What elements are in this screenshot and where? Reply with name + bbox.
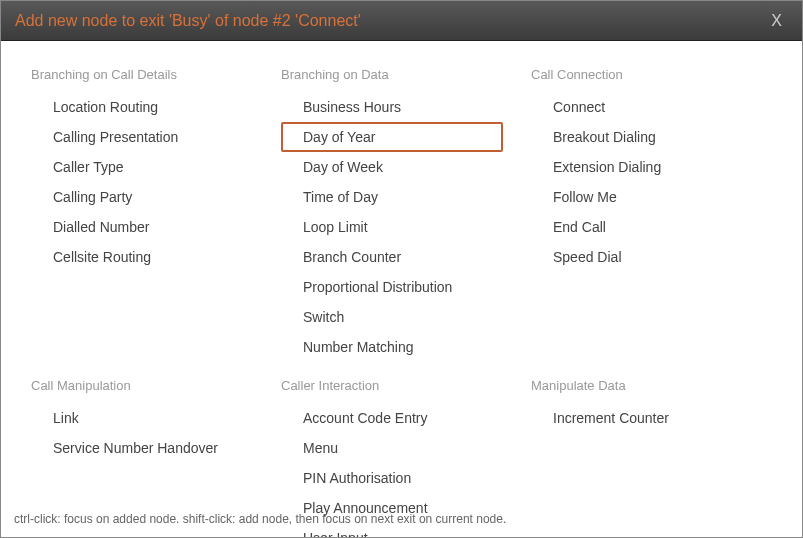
- node-option[interactable]: Loop Limit: [281, 212, 503, 242]
- node-option[interactable]: Calling Presentation: [31, 122, 253, 152]
- node-option[interactable]: Location Routing: [31, 92, 253, 122]
- node-option[interactable]: Increment Counter: [531, 403, 753, 433]
- section-header: Branching on Call Details: [31, 67, 281, 82]
- node-option[interactable]: Speed Dial: [531, 242, 753, 272]
- node-option[interactable]: Link: [31, 403, 253, 433]
- node-option[interactable]: Connect: [531, 92, 753, 122]
- section: Branching on DataBusiness HoursDay of Ye…: [281, 67, 531, 362]
- dialog-header: Add new node to exit 'Busy' of node #2 '…: [1, 1, 802, 41]
- node-option[interactable]: Proportional Distribution: [281, 272, 503, 302]
- section-header: Call Manipulation: [31, 378, 281, 393]
- node-option[interactable]: Menu: [281, 433, 503, 463]
- node-option[interactable]: Cellsite Routing: [31, 242, 253, 272]
- dialog-title: Add new node to exit 'Busy' of node #2 '…: [15, 12, 361, 30]
- section-header: Call Connection: [531, 67, 781, 82]
- close-button[interactable]: X: [765, 10, 788, 32]
- section-header: Manipulate Data: [531, 378, 781, 393]
- node-option[interactable]: Branch Counter: [281, 242, 503, 272]
- node-option[interactable]: Service Number Handover: [31, 433, 253, 463]
- node-option[interactable]: Number Matching: [281, 332, 503, 362]
- section: Call ConnectionConnectBreakout DialingEx…: [531, 67, 781, 362]
- node-option[interactable]: Switch: [281, 302, 503, 332]
- node-option[interactable]: Business Hours: [281, 92, 503, 122]
- node-option[interactable]: PIN Authorisation: [281, 463, 503, 493]
- node-option[interactable]: Account Code Entry: [281, 403, 503, 433]
- node-option[interactable]: Day of Year: [281, 122, 503, 152]
- dialog-content: Branching on Call DetailsLocation Routin…: [1, 41, 802, 538]
- node-option[interactable]: End Call: [531, 212, 753, 242]
- node-option[interactable]: Calling Party: [31, 182, 253, 212]
- node-option[interactable]: Follow Me: [531, 182, 753, 212]
- section: Branching on Call DetailsLocation Routin…: [31, 67, 281, 362]
- section-header: Caller Interaction: [281, 378, 531, 393]
- node-option[interactable]: Dialled Number: [31, 212, 253, 242]
- node-option[interactable]: Caller Type: [31, 152, 253, 182]
- node-option[interactable]: Time of Day: [281, 182, 503, 212]
- node-option[interactable]: Breakout Dialing: [531, 122, 753, 152]
- section: Manipulate DataIncrement Counter: [531, 378, 781, 538]
- section-header: Branching on Data: [281, 67, 531, 82]
- footer-hint: ctrl-click: focus on added node. shift-c…: [14, 512, 506, 526]
- node-option[interactable]: Day of Week: [281, 152, 503, 182]
- node-option[interactable]: Extension Dialing: [531, 152, 753, 182]
